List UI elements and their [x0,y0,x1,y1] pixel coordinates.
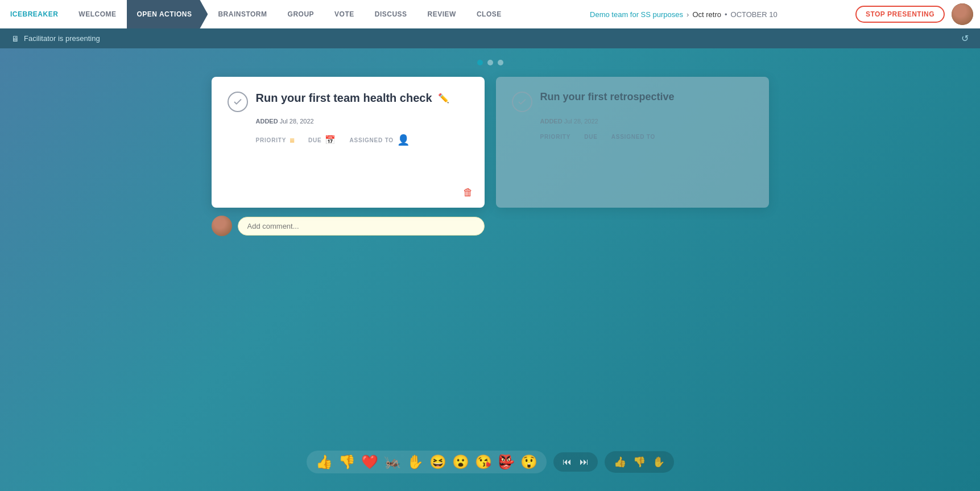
pagination-dot-2[interactable] [487,60,493,65]
user-icon: 👤 [397,134,410,146]
facilitator-bar: 🖥 Facilitator is presenting ↺ [0,28,980,48]
added-date-2: ADDED Jul 28, 2022 [540,118,753,125]
vote-controls: 👍 👎 ✋ [605,451,674,473]
priority-field[interactable]: PRIORITY ≡ [256,135,295,145]
breadcrumb-team[interactable]: Demo team for SS purposes [590,10,683,19]
tab-brainstorm[interactable]: BRAINSTORM [208,0,277,28]
delete-button[interactable]: 🗑 [463,187,473,199]
emoji-devil[interactable]: 👺 [497,455,516,469]
emoji-heart[interactable]: ❤️ [360,455,379,469]
tab-welcome[interactable]: WELCOME [68,0,126,28]
comment-input[interactable] [238,217,485,236]
card-title: Run your first team health check [256,90,432,105]
due-field[interactable]: DUE 📅 [308,135,336,145]
emoji-thumbs-down[interactable]: 👎 [337,455,357,469]
refresh-icon[interactable]: ↺ [961,33,969,44]
breadcrumb-separator: › [687,10,689,19]
comment-area [212,216,485,236]
tab-icebreaker[interactable]: ICEBREAKER [0,0,68,28]
due-label: DUE [308,137,322,143]
card-meta-2: PRIORITY DUE ASSIGNED TO [540,134,753,140]
card-title-area: Run your first team health check ✏️ [256,90,469,105]
pagination-dot-1[interactable] [477,60,483,65]
priority-label: PRIORITY [256,137,287,143]
emoji-cricket[interactable]: 🦗 [383,455,402,469]
assigned-field[interactable]: ASSIGNED TO 👤 [349,134,410,146]
pagination-dot-3[interactable] [498,60,503,65]
emoji-thumbs-up[interactable]: 👍 [315,455,334,469]
emoji-laugh[interactable]: 😆 [428,455,448,469]
assigned-label: ASSIGNED TO [349,137,394,143]
completion-circle-2[interactable] [512,92,532,112]
priority-label-2: PRIORITY [540,134,571,140]
tab-open-actions[interactable]: OPEN ACTIONS [127,0,208,28]
calendar-icon: 📅 [325,135,336,145]
card-title-area-2: Run your first retrospective [540,90,753,104]
breadcrumb: Demo team for SS purposes › Oct retro • … [512,10,855,19]
presenter-icon: 🖥 [11,34,19,43]
emoji-dizzy[interactable]: 😲 [519,455,539,469]
emoji-raised-hand[interactable]: ✋ [406,455,425,469]
card-header: Run your first team health check ✏️ [228,90,469,112]
edit-icon[interactable]: ✏️ [438,93,449,104]
emoji-bar: 👍 👎 ❤️ 🦗 ✋ 😆 😮 😘 👺 😲 ⏮ ⏭ 👍 👎 ✋ [307,451,674,473]
added-date: ADDED Jul 28, 2022 [256,118,469,125]
breadcrumb-date: OCTOBER 10 [731,10,778,19]
emoji-kiss[interactable]: 😘 [474,455,493,469]
tab-discuss[interactable]: DISCUSS [365,0,417,28]
breadcrumb-dot: • [725,10,727,19]
forward-button[interactable]: ⏭ [577,456,591,468]
due-label-2: DUE [584,134,598,140]
nav-right-controls: STOP PRESENTING [855,3,980,25]
priority-field-2: PRIORITY [540,134,571,140]
cards-row: Run your first team health check ✏️ ADDE… [212,77,769,236]
stop-presenting-button[interactable]: STOP PRESENTING [855,6,945,23]
tab-vote[interactable]: VOTE [324,0,365,28]
facilitator-label: Facilitator is presenting [24,34,100,43]
card-title-2: Run your first retrospective [540,90,675,104]
tab-group[interactable]: GROUP [278,0,325,28]
completion-circle[interactable] [228,92,248,112]
action-card-1: Run your first team health check ✏️ ADDE… [212,77,485,236]
vote-up-button[interactable]: 👍 [611,455,628,469]
tab-review[interactable]: REVIEW [417,0,466,28]
rewind-button[interactable]: ⏮ [560,456,574,468]
card-header-2: Run your first retrospective [512,90,753,112]
vote-down-button[interactable]: 👎 [631,455,648,469]
raise-hand-button[interactable]: ✋ [650,455,667,469]
main-content: Run your first team health check ✏️ ADDE… [0,48,980,490]
action-card-2: Run your first retrospective ADDED Jul 2… [496,77,769,208]
emoji-wow[interactable]: 😮 [451,455,470,469]
playback-controls: ⏮ ⏭ [553,452,598,472]
emoji-reactions: 👍 👎 ❤️ 🦗 ✋ 😆 😮 😘 👺 😲 [307,451,547,473]
comment-avatar [212,216,232,236]
action-card-main: Run your first team health check ✏️ ADDE… [212,77,485,208]
avatar[interactable] [952,3,973,25]
assigned-field-2: ASSIGNED TO [611,134,656,140]
due-field-2: DUE [584,134,598,140]
facilitator-status: 🖥 Facilitator is presenting [11,34,100,43]
tab-close[interactable]: CLOSE [466,0,512,28]
assigned-label-2: ASSIGNED TO [611,134,656,140]
avatar-image [952,3,973,25]
card-meta: PRIORITY ≡ DUE 📅 ASSIGNED TO 👤 [256,134,469,146]
pagination-dots [477,60,503,65]
top-navigation: ICEBREAKER WELCOME OPEN ACTIONS BRAINSTO… [0,0,980,28]
priority-icon: ≡ [290,135,295,145]
breadcrumb-session: Oct retro [692,10,721,19]
